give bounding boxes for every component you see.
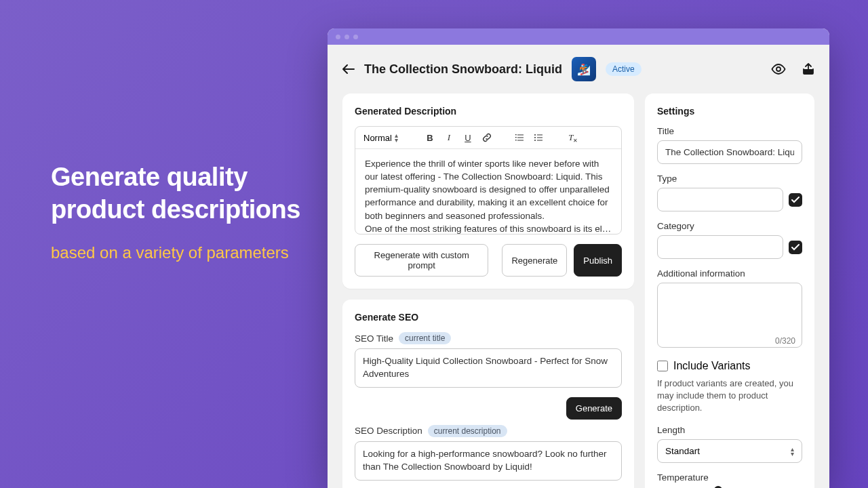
current-description-pill: current description — [428, 425, 507, 437]
rich-text-editor[interactable]: Normal ▴▾ B I U — [355, 126, 622, 235]
generated-description-card: Generated Description Normal ▴▾ B I U — [342, 94, 634, 289]
svg-point-3 — [534, 140, 536, 141]
share-icon[interactable] — [802, 63, 814, 75]
include-variants-help: If product variants are created, you may… — [657, 378, 802, 415]
regenerate-button[interactable]: Regenerate — [502, 244, 567, 277]
length-select[interactable]: Standart ▴▾ — [657, 439, 802, 463]
card-title: Generated Description — [355, 106, 622, 117]
type-checkbox[interactable] — [789, 193, 802, 207]
category-label: Category — [657, 221, 802, 231]
svg-point-1 — [534, 134, 536, 136]
additional-info-label: Additional information — [657, 268, 802, 279]
seo-title-label: SEO Title — [355, 333, 393, 344]
seo-description-label: SEO Description — [355, 426, 422, 436]
length-label: Length — [657, 425, 802, 435]
char-counter: 0/320 — [775, 336, 795, 346]
window-titlebar — [328, 28, 829, 45]
category-input[interactable] — [657, 235, 783, 259]
card-title: Generate SEO — [355, 312, 622, 323]
clear-format-icon[interactable]: T✕ — [566, 132, 576, 143]
svg-point-2 — [534, 137, 536, 138]
underline-icon[interactable]: U — [463, 133, 473, 143]
back-button[interactable] — [342, 64, 355, 74]
title-input[interactable] — [657, 140, 802, 164]
regenerate-custom-button[interactable]: Regenerate with custom prompt — [355, 244, 488, 277]
updown-icon: ▴▾ — [791, 447, 794, 456]
seo-description-input[interactable] — [355, 441, 622, 481]
category-checkbox[interactable] — [789, 241, 802, 254]
promo-subline: based on a variety of parameters — [51, 242, 309, 264]
seo-title-generate-button[interactable]: Generate — [566, 397, 622, 420]
settings-card: Settings Title Type Category — [645, 94, 814, 488]
svg-point-0 — [776, 67, 781, 71]
italic-icon[interactable]: I — [444, 132, 454, 143]
preview-icon[interactable] — [771, 64, 786, 75]
page-title: The Collection Snowboard: Liquid — [364, 62, 562, 77]
temperature-label: Temperature — [657, 472, 802, 483]
traffic-light-dot — [336, 35, 340, 39]
bold-icon[interactable]: B — [425, 133, 435, 143]
include-variants-checkbox[interactable] — [657, 361, 668, 371]
bullet-list-icon[interactable] — [534, 133, 543, 142]
editor-content[interactable]: Experience the thrill of winter sports l… — [355, 149, 621, 234]
traffic-light-dot — [344, 35, 349, 39]
seo-title-input[interactable] — [355, 348, 622, 388]
editor-toolbar: Normal ▴▾ B I U — [355, 127, 621, 149]
include-variants-label: Include Variants — [673, 360, 751, 372]
updown-icon: ▴▾ — [395, 133, 398, 142]
traffic-light-dot — [353, 35, 358, 39]
promo-panel: Generate quality product descriptions ba… — [51, 161, 309, 264]
seo-card: Generate SEO SEO Title current title Gen… — [342, 300, 634, 488]
publish-button[interactable]: Publish — [574, 244, 622, 277]
promo-headline: Generate quality product descriptions — [51, 161, 309, 226]
page-header: The Collection Snowboard: Liquid 🏂 Activ… — [342, 57, 814, 81]
type-label: Type — [657, 174, 802, 184]
format-dropdown[interactable]: Normal ▴▾ — [363, 133, 398, 143]
link-icon[interactable] — [482, 133, 492, 142]
title-label: Title — [657, 126, 802, 136]
product-thumbnail: 🏂 — [572, 57, 596, 81]
status-badge: Active — [606, 62, 642, 76]
type-input[interactable] — [657, 188, 783, 211]
ordered-list-icon[interactable] — [515, 133, 524, 142]
app-window: The Collection Snowboard: Liquid 🏂 Activ… — [328, 28, 829, 488]
current-title-pill: current title — [399, 332, 451, 344]
card-title: Settings — [657, 106, 802, 117]
format-label: Normal — [363, 133, 392, 143]
